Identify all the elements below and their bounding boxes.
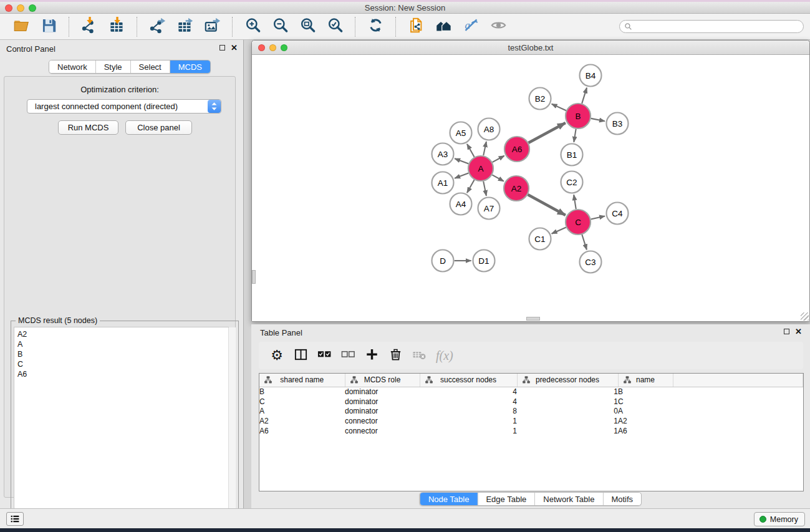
run-mcds-button[interactable]: Run MCDS — [58, 120, 118, 135]
node-A7[interactable]: A7 — [478, 198, 500, 220]
edge-B-B3[interactable] — [591, 118, 605, 121]
edge-A-A8[interactable] — [483, 142, 486, 155]
toolbar-eye-button[interactable] — [488, 17, 508, 37]
edge-A-A4[interactable] — [467, 180, 475, 193]
edge-A-A1[interactable] — [455, 173, 468, 178]
memory-button[interactable]: Memory — [754, 512, 805, 526]
table-row[interactable]: Cdominator41C — [259, 397, 803, 407]
toolbar-save-button[interactable] — [39, 17, 59, 37]
close-panel-icon[interactable]: ✕ — [231, 44, 238, 51]
edge-C-C4[interactable] — [591, 216, 605, 219]
tab-edge-table[interactable]: Edge Table — [477, 493, 534, 505]
tab-network[interactable]: Network — [49, 60, 95, 73]
toolbar-double-house-button[interactable] — [433, 17, 453, 37]
vertical-scrollbar-thumb[interactable] — [252, 270, 256, 284]
check-all-button[interactable] — [315, 346, 334, 365]
column-header-MCDS-role[interactable]: MCDS role — [345, 374, 420, 387]
task-history-button[interactable] — [6, 512, 24, 526]
tab-mcds[interactable]: MCDS — [170, 60, 210, 73]
node-D[interactable]: D — [432, 250, 454, 272]
search-input[interactable] — [619, 20, 804, 33]
node-C2[interactable]: C2 — [561, 172, 583, 193]
edge-A6-B[interactable] — [529, 123, 566, 143]
node-C1[interactable]: C1 — [529, 228, 551, 250]
mcds-result-item[interactable]: A6 — [17, 369, 228, 379]
toolbar-refresh-layout-button[interactable] — [365, 17, 385, 37]
edge-C-C3[interactable] — [582, 235, 587, 249]
edge-B-B2[interactable] — [552, 104, 566, 111]
edge-A2-C[interactable] — [528, 195, 565, 215]
column-header-successor-nodes[interactable]: successor nodes — [420, 374, 517, 387]
add-column-button[interactable] — [362, 346, 381, 365]
toolbar-import-network-button[interactable] — [79, 17, 99, 37]
mcds-result-item[interactable]: A — [17, 339, 228, 349]
column-header-name[interactable]: name — [618, 374, 673, 387]
minimize-window-light[interactable] — [17, 4, 24, 12]
table-row[interactable]: A2connector11A2 — [259, 416, 803, 426]
mcds-result-item[interactable]: C — [17, 359, 228, 369]
node-C[interactable]: C — [566, 210, 591, 235]
edge-A-A3[interactable] — [455, 158, 468, 163]
gear-button[interactable]: ⚙ — [268, 346, 286, 365]
toolbar-document-share-button[interactable] — [406, 17, 426, 37]
mcds-result-item[interactable]: B — [17, 349, 228, 359]
close-window-light[interactable] — [5, 4, 12, 12]
maximize-window-light[interactable] — [29, 4, 36, 12]
table-row[interactable]: Bdominator41B — [259, 387, 803, 397]
column-header-shared-name[interactable]: shared name — [259, 374, 345, 387]
toolbar-export-image-button[interactable] — [202, 17, 222, 37]
table-row[interactable]: A6connector11A6 — [259, 426, 803, 436]
float-panel-icon[interactable] — [219, 45, 225, 51]
node-C4[interactable]: C4 — [607, 203, 629, 225]
column-header-predecessor-nodes[interactable]: predecessor nodes — [517, 374, 618, 387]
split-columns-button[interactable] — [291, 346, 310, 365]
edge-C-C2[interactable] — [574, 195, 576, 209]
toolbar-zoom-fit-button[interactable] — [297, 17, 317, 37]
float-table-panel-icon[interactable] — [784, 329, 789, 334]
tab-select[interactable]: Select — [130, 60, 170, 73]
node-A1[interactable]: A1 — [432, 172, 454, 194]
close-table-panel-icon[interactable]: ✕ — [795, 328, 802, 335]
edge-B-B1[interactable] — [574, 129, 576, 142]
node-A4[interactable]: A4 — [450, 193, 472, 215]
criterion-dropdown[interactable]: largest connected component (directed) — [27, 99, 221, 114]
close-panel-button[interactable]: Close panel — [125, 120, 192, 135]
tab-motifs[interactable]: Motifs — [602, 493, 641, 505]
node-A5[interactable]: A5 — [450, 122, 472, 144]
result-scrollbar[interactable] — [228, 327, 236, 529]
node-A2[interactable]: A2 — [504, 176, 529, 201]
toolbar-export-table-button[interactable] — [175, 17, 195, 37]
mcds-result-item[interactable]: A2 — [17, 329, 228, 339]
node-B2[interactable]: B2 — [529, 88, 551, 110]
network-window-titlebar[interactable]: testGlobe.txt — [252, 41, 809, 55]
toolbar-open-folder-button[interactable] — [11, 17, 31, 37]
node-B3[interactable]: B3 — [607, 113, 629, 135]
table-row[interactable]: Adominator80A — [259, 406, 803, 416]
node-B1[interactable]: B1 — [561, 144, 583, 166]
tab-style[interactable]: Style — [95, 60, 130, 73]
tab-network-table[interactable]: Network Table — [534, 493, 602, 505]
toolbar-zoom-out-button[interactable] — [270, 17, 290, 37]
network-maximize-light[interactable] — [281, 44, 287, 51]
resize-grip[interactable] — [801, 312, 809, 321]
toolbar-export-network-button[interactable] — [147, 17, 167, 37]
node-A8[interactable]: A8 — [478, 118, 500, 140]
edge-A-A5[interactable] — [467, 144, 475, 157]
edge-A-A6[interactable] — [493, 156, 504, 162]
node-A[interactable]: A — [468, 156, 493, 181]
network-minimize-light[interactable] — [269, 44, 276, 51]
uncheck-all-button[interactable] — [339, 346, 357, 365]
node-A6[interactable]: A6 — [504, 137, 529, 162]
horizontal-scrollbar-thumb[interactable] — [526, 317, 540, 321]
delete-column-button[interactable] — [386, 346, 405, 365]
node-D1[interactable]: D1 — [473, 250, 495, 272]
node-B4[interactable]: B4 — [580, 65, 602, 87]
edge-B-B4[interactable] — [582, 88, 587, 104]
toolbar-zoom-in-button[interactable] — [243, 17, 263, 37]
tab-node-table[interactable]: Node Table — [420, 493, 478, 505]
edge-A-A7[interactable] — [483, 181, 486, 196]
node-A3[interactable]: A3 — [432, 143, 454, 165]
node-B[interactable]: B — [566, 104, 591, 128]
toolbar-zoom-selected-button[interactable] — [325, 17, 345, 37]
toolbar-hide-labels-button[interactable]: a — [461, 17, 481, 37]
